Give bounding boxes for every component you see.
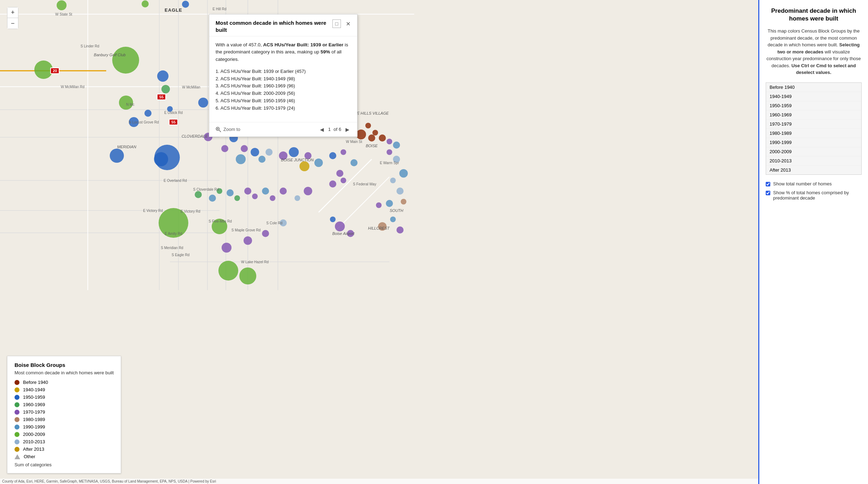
- map-dot[interactable]: [212, 219, 227, 234]
- map-dot[interactable]: [236, 154, 246, 164]
- map-dot[interactable]: [279, 151, 287, 160]
- legend-item: Other: [15, 454, 114, 459]
- map-dot[interactable]: [372, 130, 378, 136]
- decade-item[interactable]: 1960-1969: [766, 110, 861, 120]
- map-dot[interactable]: [401, 199, 406, 204]
- show-percent-checkbox[interactable]: [766, 191, 770, 195]
- checkbox-row-2: Show % of total homes comprised by predo…: [766, 190, 862, 201]
- map-dot[interactable]: [393, 156, 400, 163]
- decade-item[interactable]: 1990-1999: [766, 138, 861, 147]
- map-dot[interactable]: [157, 70, 169, 82]
- map-dot[interactable]: [244, 236, 252, 245]
- map-dot[interactable]: [390, 178, 396, 183]
- decade-item[interactable]: After 2013: [766, 166, 861, 174]
- map-dot[interactable]: [218, 261, 238, 281]
- map-dot[interactable]: [368, 134, 375, 142]
- prev-page-button[interactable]: ◀: [319, 126, 325, 133]
- map-dot[interactable]: [289, 147, 299, 157]
- map-dot[interactable]: [167, 106, 173, 112]
- map-dot[interactable]: [304, 152, 312, 159]
- map-dot[interactable]: [347, 230, 354, 237]
- map-dot[interactable]: [336, 170, 343, 177]
- map-dot[interactable]: [295, 195, 300, 201]
- popup-expand-button[interactable]: □: [332, 19, 341, 28]
- right-panel: Predominant decade in which homes were b…: [758, 0, 868, 484]
- legend-box: Boise Block Groups Most common decade in…: [7, 356, 121, 473]
- map-dot[interactable]: [142, 0, 149, 7]
- map-dot[interactable]: [379, 134, 386, 142]
- next-page-button[interactable]: ▶: [344, 126, 351, 133]
- map-dot[interactable]: [195, 191, 202, 198]
- decade-item[interactable]: 1970-1979: [766, 120, 861, 129]
- map-dot[interactable]: [262, 188, 269, 195]
- legend-title: Boise Block Groups: [15, 362, 114, 368]
- map-dot[interactable]: [341, 178, 346, 183]
- popup-list: 1. ACS HUs/Year Built: 1939 or Earlier (…: [216, 68, 351, 112]
- map-dot[interactable]: [244, 188, 251, 195]
- map-dot[interactable]: [299, 161, 309, 171]
- map-dot[interactable]: [265, 149, 273, 156]
- map-dot[interactable]: [335, 221, 345, 231]
- map-dot[interactable]: [241, 145, 248, 152]
- map-dot[interactable]: [154, 145, 180, 170]
- map-dot[interactable]: [144, 110, 152, 117]
- map-dot[interactable]: [387, 149, 392, 155]
- map-dot[interactable]: [396, 226, 404, 234]
- map-dot[interactable]: [198, 98, 208, 108]
- map-dot[interactable]: [386, 200, 393, 207]
- map-dot[interactable]: [159, 208, 188, 238]
- popup-close-button[interactable]: ✕: [344, 19, 352, 28]
- decade-item[interactable]: 1950-1959: [766, 101, 861, 110]
- map-dot[interactable]: [378, 222, 387, 231]
- decade-item[interactable]: 2010-2013: [766, 156, 861, 166]
- map-dot[interactable]: [119, 96, 133, 110]
- map-dot[interactable]: [393, 142, 400, 149]
- legend-item: 1960-1969: [15, 402, 114, 407]
- decade-item[interactable]: 2000-2009: [766, 147, 861, 156]
- map-dot[interactable]: [329, 180, 336, 188]
- map-dot[interactable]: [390, 217, 396, 222]
- map-dot[interactable]: [270, 195, 275, 201]
- map-dot[interactable]: [112, 47, 139, 74]
- map-dot[interactable]: [329, 152, 336, 159]
- map-dot[interactable]: [221, 145, 228, 152]
- map-dot[interactable]: [252, 194, 258, 199]
- map-dot[interactable]: [280, 219, 287, 226]
- map-dot[interactable]: [182, 1, 189, 8]
- map-dot[interactable]: [330, 217, 336, 222]
- map-dot[interactable]: [399, 169, 408, 178]
- decade-item[interactable]: Before 1940: [766, 83, 861, 92]
- map-dot[interactable]: [350, 159, 358, 166]
- map-dot[interactable]: [387, 139, 392, 144]
- map-dot[interactable]: [239, 267, 256, 284]
- map-dot[interactable]: [304, 187, 312, 195]
- map-dot[interactable]: [280, 188, 287, 195]
- map-dot[interactable]: [217, 188, 222, 194]
- map-dot[interactable]: [110, 149, 124, 163]
- zoom-in-button[interactable]: +: [7, 7, 18, 18]
- map-dot[interactable]: [129, 117, 139, 127]
- map-dot[interactable]: [341, 149, 346, 155]
- map-dot[interactable]: [376, 202, 382, 208]
- decade-item[interactable]: 1940-1949: [766, 92, 861, 101]
- map-dot[interactable]: [161, 85, 170, 93]
- map-dot[interactable]: [314, 159, 323, 167]
- map-dot[interactable]: [251, 148, 259, 156]
- map-dot[interactable]: [258, 156, 265, 163]
- map-dot[interactable]: [365, 123, 371, 128]
- map-dot[interactable]: [356, 129, 366, 139]
- map-dot[interactable]: [34, 60, 53, 79]
- show-total-checkbox[interactable]: [766, 182, 770, 186]
- map-dot[interactable]: [209, 195, 216, 202]
- map-dot[interactable]: [262, 230, 269, 237]
- map-dot[interactable]: [222, 243, 232, 253]
- legend-item: 2010-2013: [15, 439, 114, 444]
- zoom-to-link[interactable]: Zoom to: [216, 127, 240, 132]
- map-dot[interactable]: [234, 195, 240, 201]
- map-dot[interactable]: [227, 189, 234, 196]
- decade-item[interactable]: 1980-1989: [766, 129, 861, 138]
- map-dot[interactable]: [396, 188, 404, 195]
- map-dot[interactable]: [57, 0, 67, 10]
- popup-description: With a value of 457.0, ACS HUs/Year Buil…: [216, 41, 351, 63]
- zoom-out-button[interactable]: −: [7, 18, 18, 29]
